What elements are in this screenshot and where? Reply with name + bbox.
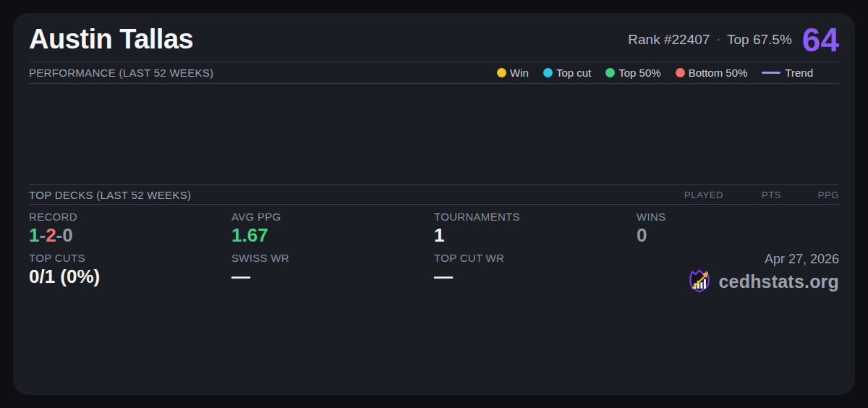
legend-item-top-cut: Top cut [543, 67, 591, 79]
record-wins: 1 [29, 224, 39, 246]
legend-item-top-50: Top 50% [605, 67, 660, 79]
legend-item-trend: Trend [762, 67, 813, 79]
legend-label: Trend [785, 67, 813, 79]
top-percent: Top 67.5% [727, 32, 792, 48]
site-name: cedhstats.org [718, 271, 839, 292]
legend-label: Bottom 50% [689, 67, 748, 79]
stat-record: RECORD 1-2-0 [29, 211, 231, 250]
record-draws: 0 [62, 224, 72, 246]
top-cut-wr-value: — [434, 266, 637, 288]
stat-top-cut-wr: TOP CUT WR — [434, 252, 637, 395]
record-separator: - [56, 224, 63, 246]
wins-value: 0 [637, 225, 839, 247]
legend-label: Top cut [556, 67, 591, 79]
player-stats-card: Austin Tallas Rank #22407 · Top 67.5% 64… [13, 13, 855, 395]
stat-label: TOP CUT WR [434, 252, 637, 264]
column-header-played: PLAYED [665, 190, 723, 200]
stat-wins: WINS 0 [637, 211, 839, 250]
legend-item-bottom-50: Bottom 50% [676, 67, 748, 79]
top-decks-section-title: TOP DECKS (LAST 52 WEEKS) [29, 189, 191, 201]
stat-tournaments: TOURNAMENTS 1 [434, 211, 637, 250]
rank-number: Rank #22407 [628, 32, 710, 48]
performance-section-bar: PERFORMANCE (LAST 52 WEEKS) Win Top cut … [29, 62, 839, 84]
trend-line-icon [762, 72, 780, 74]
swiss-wr-value: — [231, 266, 434, 288]
top-cut-dot-icon [543, 68, 553, 77]
stats-grid: RECORD 1-2-0 AVG PPG 1.67 TOURNAMENTS 1 … [29, 205, 839, 395]
column-header-pts: PTS [723, 190, 781, 200]
stat-label: AVG PPG [231, 211, 434, 223]
card-header: Austin Tallas Rank #22407 · Top 67.5% 64 [29, 13, 839, 62]
record-losses: 2 [46, 224, 56, 246]
stat-label: RECORD [29, 211, 231, 223]
avg-ppg-value: 1.67 [231, 225, 434, 247]
tournaments-value: 1 [434, 225, 637, 247]
stat-swiss-wr: SWISS WR — [231, 252, 434, 395]
stat-top-cuts: TOP CUTS 0/1 (0%) [29, 252, 231, 395]
footer-brand-block: Apr 27, 2026 cedhstats.org [637, 252, 839, 395]
win-dot-icon [497, 68, 506, 77]
brand-row: cedhstats.org [686, 268, 839, 294]
player-score: 64 [802, 23, 839, 56]
player-name: Austin Tallas [29, 24, 193, 55]
stat-avg-ppg: AVG PPG 1.67 [231, 211, 434, 250]
stat-label: TOURNAMENTS [434, 211, 637, 223]
rank-block: Rank #22407 · Top 67.5% 64 [628, 23, 839, 56]
record-separator: - [39, 224, 46, 246]
bottom-50-dot-icon [676, 68, 685, 77]
rank-text: Rank #22407 · Top 67.5% [628, 32, 792, 48]
cedhstats-logo-icon [686, 268, 712, 294]
legend-label: Top 50% [618, 67, 660, 79]
page-background: { "player": { "name": "Austin Tallas", "… [0, 0, 868, 408]
stat-label: SWISS WR [231, 252, 434, 264]
top-decks-section-bar: TOP DECKS (LAST 52 WEEKS) PLAYED PTS PPG [29, 185, 839, 205]
column-header-ppg: PPG [781, 190, 839, 200]
performance-section-title: PERFORMANCE (LAST 52 WEEKS) [29, 67, 213, 79]
performance-chart-area [29, 84, 839, 185]
generated-date: Apr 27, 2026 [765, 252, 839, 267]
legend-label: Win [510, 67, 529, 79]
rank-separator: · [716, 33, 720, 47]
top-50-dot-icon [605, 68, 615, 77]
legend-item-win: Win [497, 67, 529, 79]
top-cuts-value: 0/1 (0%) [29, 266, 231, 288]
top-decks-column-headers: PLAYED PTS PPG [665, 190, 839, 200]
stat-label: WINS [637, 211, 839, 223]
record-value: 1-2-0 [29, 225, 231, 247]
chart-legend: Win Top cut Top 50% Bottom 50% Trend [497, 67, 813, 79]
stat-label: TOP CUTS [29, 252, 231, 264]
